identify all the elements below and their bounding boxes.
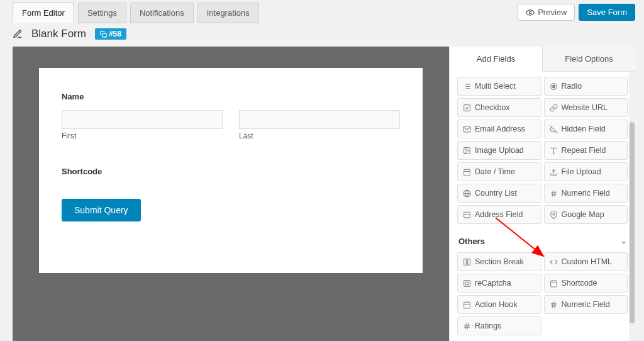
check-icon [463, 104, 471, 112]
others-grid: Section BreakCustom HTMLreCaptchaShortco… [457, 252, 628, 335]
svg-point-0 [529, 11, 531, 14]
field-button-image-upload[interactable]: Image Upload [457, 141, 541, 160]
field-button-address-field[interactable]: Address Field [457, 205, 541, 224]
preview-button[interactable]: Preview [518, 4, 575, 21]
field-label: Repeat Field [562, 146, 606, 155]
field-button-google-map[interactable]: Google Map [544, 205, 628, 224]
field-button-numeric-field[interactable]: Numeric Field [544, 184, 628, 203]
svg-rect-10 [464, 104, 470, 111]
last-name-sublabel: Last [239, 131, 400, 140]
field-label: Action Hook [475, 300, 517, 309]
first-name-input[interactable] [62, 110, 223, 129]
fields-grid: Multi SelectRadioCheckboxWebsite URLEmai… [457, 77, 628, 224]
calendar-icon [463, 301, 471, 309]
rec-icon [463, 279, 471, 288]
other-field-button-ratings[interactable]: Ratings [457, 316, 541, 335]
field-label: Custom HTML [562, 257, 613, 266]
others-section-title: Others [458, 237, 485, 246]
card-icon [463, 211, 471, 219]
code-icon [550, 258, 558, 266]
other-field-button-numeric-field[interactable]: Numeric Field [544, 295, 628, 314]
field-button-radio[interactable]: Radio [544, 77, 628, 96]
calendar-icon [550, 279, 558, 288]
repeat-icon [550, 147, 558, 155]
svg-line-26 [552, 190, 553, 196]
field-button-date-time[interactable]: Date / Time [457, 162, 541, 181]
other-field-button-action-hook[interactable]: Action Hook [457, 295, 541, 314]
image-icon [463, 147, 471, 155]
pin-icon [550, 211, 558, 219]
sidebar-tab-add-fields[interactable]: Add Fields [450, 47, 542, 72]
field-label: Country List [475, 189, 517, 198]
upload-icon [550, 168, 558, 176]
field-label: File Upload [562, 167, 601, 176]
field-label: Radio [562, 82, 582, 91]
field-label: Website URL [562, 103, 608, 112]
form-canvas-area[interactable]: Name First Last Shortcode Submit Query [13, 47, 449, 341]
field-label: Numeric Field [562, 300, 610, 309]
other-field-button-shortcode[interactable]: Shortcode [544, 274, 628, 293]
svg-rect-33 [464, 280, 470, 286]
name-field-label: Name [62, 92, 400, 101]
sidebar-scrollbar-track[interactable] [629, 72, 635, 341]
svg-point-9 [552, 85, 555, 87]
globe-icon [463, 189, 471, 198]
submit-button[interactable]: Submit Query [62, 199, 141, 221]
preview-label: Preview [538, 8, 567, 17]
field-label: Email Address [475, 125, 525, 133]
last-name-input[interactable] [239, 110, 400, 129]
field-label: Date / Time [475, 167, 515, 176]
other-field-button-section-break[interactable]: Section Break [457, 252, 541, 271]
tab-settings[interactable]: Settings [78, 3, 126, 23]
field-label: reCaptcha [475, 279, 511, 288]
hash-icon [550, 301, 558, 309]
form-title[interactable]: Blank Form [31, 28, 86, 40]
eyeoff-icon [550, 125, 558, 133]
columns-icon [463, 258, 471, 266]
hash-icon [550, 189, 558, 198]
svg-rect-17 [464, 169, 470, 176]
svg-rect-28 [464, 212, 470, 218]
field-label: Shortcode [562, 279, 597, 288]
svg-point-14 [465, 148, 467, 150]
svg-rect-34 [465, 282, 468, 284]
others-section-header[interactable]: Others ⌄ [458, 237, 626, 246]
svg-line-45 [552, 301, 553, 308]
field-button-multi-select[interactable]: Multi Select [457, 77, 541, 96]
field-button-country-list[interactable]: Country List [457, 184, 541, 203]
form-canvas: Name First Last Shortcode Submit Query [39, 68, 423, 273]
edit-title-icon[interactable] [13, 29, 23, 39]
link-icon [550, 104, 558, 112]
sidebar: Add Fields Field Options Multi SelectRad… [449, 47, 635, 341]
field-label: Google Map [562, 210, 604, 219]
sidebar-scrollbar-thumb[interactable] [630, 122, 635, 323]
svg-rect-32 [468, 259, 470, 265]
form-id-badge[interactable]: #58 [95, 28, 126, 40]
save-form-button[interactable]: Save Form [579, 4, 635, 21]
list-icon [463, 82, 471, 91]
hash-icon [463, 322, 471, 330]
tab-form-editor[interactable]: Form Editor [13, 3, 74, 23]
field-button-file-upload[interactable]: File Upload [544, 162, 628, 181]
first-name-sublabel: First [62, 131, 223, 140]
eye-icon [526, 8, 535, 17]
field-button-hidden-field[interactable]: Hidden Field [544, 120, 628, 138]
tab-notifications[interactable]: Notifications [130, 3, 194, 23]
other-field-button-recaptcha[interactable]: reCaptcha [457, 274, 541, 293]
shortcode-field-label: Shortcode [62, 167, 400, 176]
tab-integrations[interactable]: Integrations [197, 3, 259, 23]
other-field-button-custom-html[interactable]: Custom HTML [544, 252, 628, 271]
field-label: Multi Select [475, 82, 516, 91]
svg-rect-39 [464, 302, 470, 308]
sidebar-tab-field-options[interactable]: Field Options [542, 47, 635, 72]
dot-icon [550, 82, 558, 91]
field-label: Image Upload [475, 146, 524, 155]
field-button-repeat-field[interactable]: Repeat Field [544, 141, 628, 160]
svg-line-27 [554, 190, 555, 196]
field-label: Section Break [475, 257, 524, 266]
field-button-email-address[interactable]: Email Address [457, 120, 541, 138]
field-button-website-url[interactable]: Website URL [544, 98, 628, 117]
svg-line-49 [465, 323, 466, 329]
field-button-checkbox[interactable]: Checkbox [457, 98, 541, 117]
svg-point-30 [552, 213, 554, 215]
